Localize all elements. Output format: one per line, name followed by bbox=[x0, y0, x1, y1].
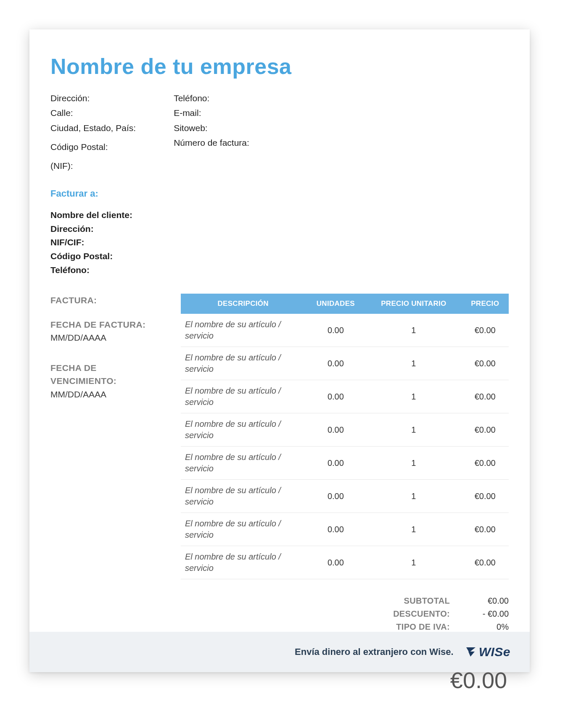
footer-text: Envía dinero al extranjero con Wise. bbox=[295, 647, 454, 657]
bill-to-block: Nombre del cliente: Dirección: NIF/CIF: … bbox=[50, 208, 509, 277]
item-unit-price: 1 bbox=[366, 513, 461, 546]
item-price: €0.00 bbox=[461, 546, 509, 579]
item-description: El nombre de su artículo / servicio bbox=[181, 480, 305, 513]
invoice-label: FACTURA: bbox=[50, 294, 164, 307]
table-row: El nombre de su artículo / servicio0.001… bbox=[181, 513, 509, 546]
street-label: Calle: bbox=[50, 105, 136, 120]
item-price: €0.00 bbox=[461, 314, 509, 347]
phone-label: Teléfono: bbox=[174, 91, 249, 105]
item-units: 0.00 bbox=[305, 380, 366, 413]
invoice-date-value: MM/DD/AAAA bbox=[50, 331, 164, 344]
item-unit-price: 1 bbox=[366, 413, 461, 447]
viewport: Nombre de tu empresa Dirección: Calle: C… bbox=[0, 0, 568, 728]
item-description: El nombre de su artículo / servicio bbox=[181, 314, 305, 347]
table-row: El nombre de su artículo / servicio0.001… bbox=[181, 380, 509, 413]
table-row: El nombre de su artículo / servicio0.001… bbox=[181, 447, 509, 480]
website-label: Sitoweb: bbox=[174, 121, 249, 135]
page-footer: Envía dinero al extranjero con Wise. WIS… bbox=[29, 632, 530, 672]
item-unit-price: 1 bbox=[366, 380, 461, 413]
item-price: €0.00 bbox=[461, 447, 509, 480]
company-info-left: Dirección: Calle: Ciudad, Estado, País: … bbox=[50, 91, 136, 173]
client-name-label: Nombre del cliente: bbox=[50, 208, 509, 222]
item-price: €0.00 bbox=[461, 347, 509, 380]
item-price: €0.00 bbox=[461, 413, 509, 447]
table-row: El nombre de su artículo / servicio0.001… bbox=[181, 347, 509, 380]
client-address-label: Dirección: bbox=[50, 222, 509, 236]
item-unit-price: 1 bbox=[366, 314, 461, 347]
item-description: El nombre de su artículo / servicio bbox=[181, 546, 305, 579]
table-row: El nombre de su artículo / servicio0.001… bbox=[181, 546, 509, 579]
svg-marker-1 bbox=[468, 652, 475, 657]
invoice-page: Nombre de tu empresa Dirección: Calle: C… bbox=[29, 29, 530, 672]
item-unit-price: 1 bbox=[366, 347, 461, 380]
company-name: Nombre de tu empresa bbox=[50, 54, 509, 79]
subtotal-label: SUBTOTAL bbox=[366, 596, 467, 606]
item-units: 0.00 bbox=[305, 480, 366, 513]
col-units: UNIDADES bbox=[305, 294, 366, 314]
item-unit-price: 1 bbox=[366, 480, 461, 513]
item-units: 0.00 bbox=[305, 447, 366, 480]
item-units: 0.00 bbox=[305, 413, 366, 447]
col-description: DESCRIPCIÓN bbox=[181, 294, 305, 314]
col-unit-price: PRECIO UNITARIO bbox=[366, 294, 461, 314]
company-info-right: Teléfono: E-mail: Sitoweb: Número de fac… bbox=[174, 91, 249, 173]
client-phone-label: Teléfono: bbox=[50, 263, 509, 277]
discount-value: - €0.00 bbox=[467, 609, 509, 619]
vat-rate-label: TIPO DE IVA: bbox=[366, 622, 467, 632]
client-postal-label: Código Postal: bbox=[50, 250, 509, 263]
item-unit-price: 1 bbox=[366, 447, 461, 480]
invoice-date-label: FECHA DE FACTURA: bbox=[50, 318, 164, 331]
postal-label: Código Postal: bbox=[50, 139, 136, 154]
client-nif-label: NIF/CIF: bbox=[50, 236, 509, 250]
wise-flag-icon bbox=[465, 647, 476, 657]
item-units: 0.00 bbox=[305, 347, 366, 380]
city-label: Ciudad, Estado, País: bbox=[50, 121, 136, 135]
table-row: El nombre de su artículo / servicio0.001… bbox=[181, 480, 509, 513]
table-row: El nombre de su artículo / servicio0.001… bbox=[181, 314, 509, 347]
discount-label: DESCUENTO: bbox=[366, 609, 467, 619]
subtotal-value: €0.00 bbox=[467, 596, 509, 606]
invoice-meta: FACTURA: FECHA DE FACTURA: MM/DD/AAAA FE… bbox=[50, 294, 164, 401]
item-unit-price: 1 bbox=[366, 546, 461, 579]
wise-logo: WISe bbox=[465, 645, 510, 659]
due-date-label: FECHA DE VENCIMIENTO: bbox=[50, 361, 164, 388]
wise-wordmark: WISe bbox=[479, 645, 510, 659]
item-description: El nombre de su artículo / servicio bbox=[181, 347, 305, 380]
company-info: Dirección: Calle: Ciudad, Estado, País: … bbox=[50, 91, 509, 173]
due-date-value: MM/DD/AAAA bbox=[50, 388, 164, 401]
item-description: El nombre de su artículo / servicio bbox=[181, 447, 305, 480]
item-description: El nombre de su artículo / servicio bbox=[181, 413, 305, 447]
nif-label: (NIF): bbox=[50, 158, 136, 173]
item-description: El nombre de su artículo / servicio bbox=[181, 513, 305, 546]
col-price: PRECIO bbox=[461, 294, 509, 314]
item-units: 0.00 bbox=[305, 546, 366, 579]
item-price: €0.00 bbox=[461, 480, 509, 513]
invoice-number-label: Número de factura: bbox=[174, 135, 249, 150]
item-units: 0.00 bbox=[305, 314, 366, 347]
item-price: €0.00 bbox=[461, 380, 509, 413]
table-row: El nombre de su artículo / servicio0.001… bbox=[181, 413, 509, 447]
items-table: DESCRIPCIÓN UNIDADES PRECIO UNITARIO PRE… bbox=[181, 294, 509, 579]
bill-to-heading: Facturar a: bbox=[50, 188, 509, 199]
address-label: Dirección: bbox=[50, 91, 136, 105]
item-units: 0.00 bbox=[305, 513, 366, 546]
vat-rate-value: 0% bbox=[467, 622, 509, 632]
item-price: €0.00 bbox=[461, 513, 509, 546]
item-description: El nombre de su artículo / servicio bbox=[181, 380, 305, 413]
email-label: E-mail: bbox=[174, 105, 249, 120]
